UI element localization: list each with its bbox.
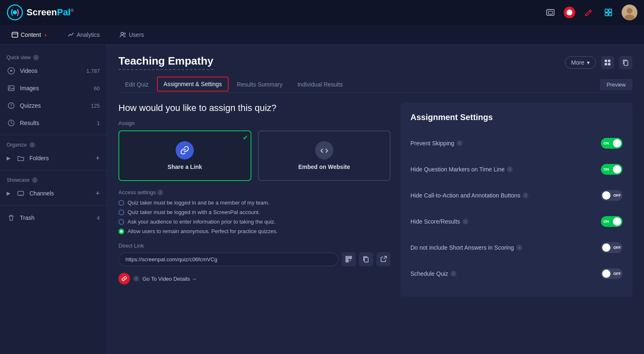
topbar-actions	[544, 5, 637, 20]
radio-circle-screenpal	[118, 210, 124, 215]
hide-score-info[interactable]: i	[463, 219, 468, 224]
embed-website-card[interactable]: Embed on Website	[258, 130, 391, 181]
content-nav-icon	[12, 31, 18, 38]
analytics-nav-icon	[68, 31, 74, 38]
edit-icon[interactable]	[582, 6, 595, 19]
svg-rect-26	[624, 61, 628, 65]
svg-text:?: ?	[10, 104, 12, 108]
toggle-hide-cta[interactable]: OFF	[601, 190, 622, 201]
channels-add-icon[interactable]: +	[95, 189, 100, 198]
go-to-video-info-icon[interactable]: i	[133, 276, 139, 282]
svg-marker-15	[10, 70, 13, 72]
svg-point-13	[124, 33, 125, 34]
radio-circle-team	[118, 200, 124, 206]
share-link-card[interactable]: ✔ Share a Link	[118, 130, 251, 181]
grid-icon-topbar[interactable]	[602, 6, 615, 19]
sidebar-item-folders[interactable]: ▶ Folders +	[0, 149, 106, 167]
toggle-prevent-skipping[interactable]: ON	[601, 138, 622, 149]
svg-rect-16	[8, 86, 14, 91]
toggle-hide-score[interactable]: ON	[601, 216, 622, 227]
svg-rect-4	[605, 9, 608, 12]
radio-circle-info	[118, 219, 124, 225]
record-button[interactable]	[564, 7, 575, 18]
svg-rect-25	[608, 63, 610, 65]
radio-info[interactable]: Ask your audience to enter information p…	[118, 219, 391, 225]
showcase-info-icon[interactable]: i	[32, 177, 38, 183]
quiz-left-panel: How would you like to assign this quiz? …	[118, 103, 391, 297]
grid-icon	[604, 59, 611, 66]
share-link-label: Share a Link	[168, 164, 202, 170]
more-button[interactable]: More ▾	[565, 56, 596, 69]
videos-icon	[7, 66, 16, 75]
user-avatar[interactable]	[622, 5, 637, 20]
content-tabs: Edit Quiz Assignment & Settings Results …	[118, 77, 632, 93]
share-link-icon	[176, 141, 194, 159]
sidebar-item-quizzes[interactable]: ? Quizzes 125	[0, 97, 106, 114]
more-chevron-icon: ▾	[587, 59, 590, 66]
hide-cta-info[interactable]: i	[523, 193, 528, 198]
grid-view-button[interactable]	[601, 56, 614, 69]
external-link-icon	[380, 255, 387, 263]
tab-edit-quiz[interactable]: Edit Quiz	[118, 77, 155, 93]
videos-count: 1,787	[86, 68, 100, 74]
images-count: 60	[94, 85, 100, 92]
preview-button[interactable]: Preview	[600, 79, 632, 90]
nav-analytics[interactable]: Analytics	[64, 30, 103, 40]
setting-schedule-quiz: Schedule Quiz i OFF	[410, 261, 622, 287]
screen-capture-icon[interactable]	[544, 6, 557, 19]
showcase-label: Showcase i	[0, 174, 106, 185]
nav-content[interactable]: Content ▲	[8, 30, 51, 40]
sidebar-item-channels[interactable]: ▶ Channels +	[0, 185, 106, 202]
folders-add-icon[interactable]: +	[95, 154, 100, 163]
svg-rect-6	[605, 13, 608, 16]
svg-rect-33	[364, 258, 368, 262]
toggle-hide-question-markers[interactable]: ON	[601, 164, 622, 175]
nav-users[interactable]: Users	[116, 30, 147, 40]
link-circle-icon	[118, 273, 130, 284]
svg-rect-24	[605, 63, 607, 65]
sidebar-item-results[interactable]: Results 1	[0, 114, 106, 132]
open-link-button[interactable]	[376, 252, 391, 266]
radio-screenpal[interactable]: Quiz taker must be logged in with a Scre…	[118, 209, 391, 215]
svg-rect-7	[609, 13, 612, 16]
setting-hide-score: Hide Score/Results i ON	[410, 209, 622, 235]
qr-code-button[interactable]	[342, 252, 356, 266]
embed-website-label: Embed on Website	[298, 164, 350, 170]
prevent-skipping-info[interactable]: i	[457, 140, 463, 146]
sidebar-item-videos[interactable]: Videos 1,787	[0, 62, 106, 79]
record-dot	[567, 10, 572, 15]
go-to-video[interactable]: i Go To Video Details →	[118, 273, 391, 284]
access-info-icon[interactable]: i	[157, 190, 163, 195]
radio-anonymous[interactable]: Allow users to remain anonymous. Perfect…	[118, 228, 391, 234]
sidebar-item-trash[interactable]: Trash 4	[0, 209, 106, 226]
toggle-no-short-answers[interactable]: OFF	[601, 242, 622, 253]
organize-info-icon[interactable]: i	[29, 142, 35, 148]
go-to-video-label: Go To Video Details →	[142, 276, 197, 282]
tab-individual-results[interactable]: Individual Results	[291, 77, 350, 93]
hide-markers-info[interactable]: i	[507, 166, 513, 172]
assignment-settings-panel: Assignment Settings Prevent Skipping i O…	[400, 103, 632, 297]
svg-rect-2	[547, 10, 554, 15]
no-short-answers-info[interactable]: i	[516, 245, 522, 250]
radio-team[interactable]: Quiz taker must be logged in and be a me…	[118, 200, 391, 206]
embed-icon	[315, 141, 333, 159]
direct-link-input[interactable]	[118, 253, 338, 266]
logo-area: ScreenPal®	[7, 4, 74, 21]
tab-results-summary[interactable]: Results Summary	[230, 77, 289, 93]
setting-hide-question-markers: Hide Question Markers on Time Line i ON	[410, 157, 622, 183]
copy-link-button[interactable]	[359, 252, 373, 266]
header-actions: More ▾	[565, 56, 632, 69]
svg-rect-11	[12, 32, 18, 37]
svg-point-9	[627, 8, 632, 14]
tab-assignment-settings[interactable]: Assignment & Settings	[157, 77, 229, 92]
sidebar-item-images[interactable]: Images 60	[0, 79, 106, 97]
toggle-schedule-quiz[interactable]: OFF	[601, 268, 622, 279]
logo-text: ScreenPal®	[27, 7, 74, 18]
folders-icon	[16, 154, 25, 163]
direct-link-section: Direct Link	[118, 243, 391, 266]
copy-button-header[interactable]	[619, 56, 632, 69]
results-icon	[7, 118, 16, 128]
schedule-quiz-info[interactable]: i	[451, 271, 456, 277]
images-icon	[7, 84, 16, 93]
quick-view-info-icon[interactable]: i	[33, 55, 39, 60]
